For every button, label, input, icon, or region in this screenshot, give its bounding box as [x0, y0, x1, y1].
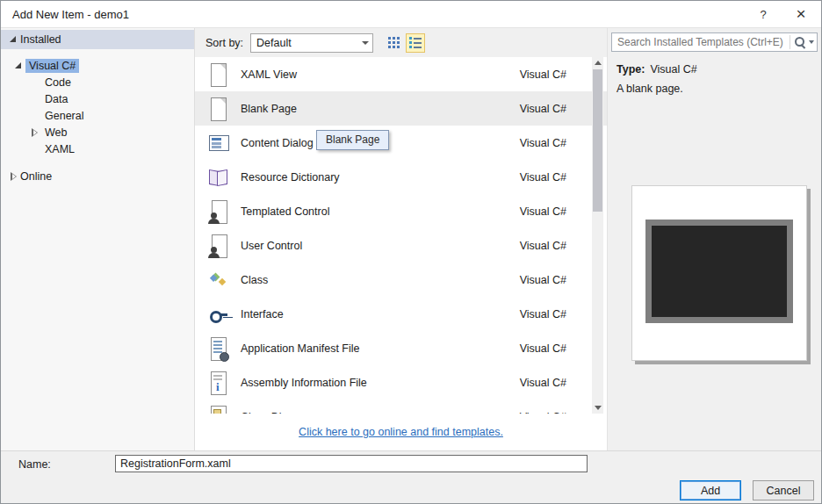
icon-detail	[207, 96, 230, 122]
type-label: Type:	[616, 63, 645, 76]
template-name: Resource Dictionary	[241, 171, 340, 184]
sidebar-item-data[interactable]: Data	[1, 90, 194, 107]
template-name: Application Manifest File	[241, 342, 359, 355]
search-input[interactable]	[612, 36, 790, 48]
template-name: Templated Control	[241, 205, 329, 218]
blank-page-tooltip: Blank Page	[316, 130, 389, 150]
template-language: Visual C#	[520, 171, 566, 184]
template-language: Visual C#	[520, 68, 566, 81]
online-templates-link[interactable]: Click here to go online and find templat…	[299, 426, 503, 438]
tree-indent	[29, 144, 41, 155]
icon-detail	[207, 404, 230, 414]
sort-by-value: Default	[251, 37, 357, 49]
template-item-resource-dictionary[interactable]: Resource Dictionary Visual C#	[195, 160, 607, 194]
template-list: XAML View Visual C# Blank Page Visual C#…	[195, 57, 607, 414]
template-item-templated-control[interactable]: Templated Control Visual C#	[195, 194, 607, 228]
scroll-down-icon[interactable]	[592, 402, 603, 414]
template-language: Visual C#	[520, 342, 566, 355]
scrollbar-thumb[interactable]	[593, 69, 602, 212]
interface-template-icon	[207, 301, 230, 328]
sort-toolbar: Sort by: Default	[195, 28, 607, 57]
search-icon	[794, 36, 806, 48]
window-title: Add New Item - demo1	[1, 8, 746, 21]
template-panel: Sort by: Default XAML View Visual C# Bla…	[195, 28, 607, 450]
template-name: Interface	[241, 308, 284, 320]
sidebar-item-web[interactable]: Web	[1, 124, 194, 140]
type-value: Visual C#	[650, 63, 696, 76]
titlebar: Add New Item - demo1 ? ×	[1, 1, 821, 28]
class-template-icon	[207, 267, 230, 293]
page-template-icon	[207, 61, 230, 88]
diagram-template-icon	[207, 404, 230, 414]
search-button[interactable]	[790, 33, 817, 51]
template-language: Visual C#	[520, 274, 566, 286]
template-item-application-manifest-file[interactable]: Application Manifest File Visual C#	[195, 331, 607, 365]
template-name: Class	[241, 274, 268, 286]
small-icons-grid-icon	[388, 37, 400, 48]
sidebar-item-label: Code	[41, 76, 75, 90]
tree-indent	[29, 111, 41, 121]
scroll-up-icon[interactable]	[592, 57, 603, 68]
page-template-icon	[207, 96, 230, 122]
control-template-icon	[207, 233, 230, 259]
small-icons-view-button[interactable]	[384, 33, 403, 53]
icon-detail	[207, 335, 230, 362]
icon-detail	[207, 301, 230, 328]
template-name: Assembly Information File	[241, 377, 367, 389]
installed-category-header[interactable]: Installed	[1, 30, 194, 49]
template-item-class[interactable]: Class Visual C#	[195, 263, 607, 297]
sidebar-item-label: Web	[41, 126, 70, 140]
close-button[interactable]: ×	[781, 1, 821, 27]
list-view-icon	[409, 37, 422, 48]
sort-by-label: Sort by:	[206, 37, 243, 49]
dialog-footer: Name: Add Cancel	[1, 450, 821, 503]
icon-detail	[207, 130, 230, 156]
help-button[interactable]: ?	[746, 1, 781, 27]
preview-page-thumbnail	[645, 220, 793, 323]
template-language: Visual C#	[520, 377, 566, 389]
sidebar-item-online[interactable]: Online	[1, 168, 194, 184]
tree-indent	[29, 94, 41, 104]
template-item-interface[interactable]: Interface Visual C#	[195, 297, 607, 331]
sort-by-dropdown[interactable]: Default	[250, 33, 373, 53]
template-list-viewport: XAML View Visual C# Blank Page Visual C#…	[195, 57, 607, 414]
collapsed-triangle-icon	[29, 127, 41, 138]
template-item-content-dialog[interactable]: Content Dialog Visual C#	[195, 126, 607, 160]
add-button[interactable]: Add	[680, 480, 741, 500]
template-list-scrollbar[interactable]	[592, 57, 603, 414]
icon-detail	[207, 370, 230, 396]
template-language: Visual C#	[520, 240, 566, 252]
dropdown-arrow-icon	[357, 34, 372, 52]
template-name: Content Dialog	[241, 137, 314, 149]
template-name: User Control	[241, 240, 302, 252]
sidebar-item-code[interactable]: Code	[1, 74, 194, 90]
template-item-blank-page[interactable]: Blank Page Visual C#	[195, 91, 607, 126]
template-preview	[631, 185, 807, 361]
search-box	[611, 32, 818, 52]
template-language: Visual C#	[520, 137, 566, 149]
template-type-row: Type:Visual C#	[616, 63, 697, 76]
template-language: Visual C#	[520, 308, 566, 320]
sidebar-item-visual-c-[interactable]: Visual C#	[1, 57, 194, 74]
template-language: Visual C#	[520, 205, 566, 218]
name-input[interactable]	[115, 455, 588, 472]
template-name: Blank Page	[241, 103, 297, 115]
icon-detail	[207, 164, 230, 191]
sidebar-item-label: General	[41, 109, 87, 123]
template-item-assembly-information-file[interactable]: Assembly Information File Visual C#	[195, 365, 607, 400]
template-item-user-control[interactable]: User Control Visual C#	[195, 228, 607, 263]
sidebar-item-xaml[interactable]: XAML	[1, 140, 194, 157]
sidebar-item-general[interactable]: General	[1, 107, 194, 124]
installed-label: Installed	[20, 33, 61, 46]
details-panel: Type:Visual C# A blank page.	[607, 28, 821, 450]
sidebar-item-label: Data	[41, 92, 71, 106]
installed-tree: Visual C# Code Data General Web XAML	[1, 57, 194, 157]
online-link-area: Click here to go online and find templat…	[195, 414, 607, 450]
cancel-button[interactable]: Cancel	[753, 480, 814, 500]
template-item-xaml-view[interactable]: XAML View Visual C#	[195, 57, 607, 91]
sidebar-item-label: XAML	[41, 142, 78, 156]
template-item-class-diagram[interactable]: Class Diagram Visual C#	[195, 400, 607, 414]
template-language: Visual C#	[520, 103, 566, 115]
icon-detail	[207, 198, 230, 225]
list-view-button[interactable]	[406, 33, 425, 53]
